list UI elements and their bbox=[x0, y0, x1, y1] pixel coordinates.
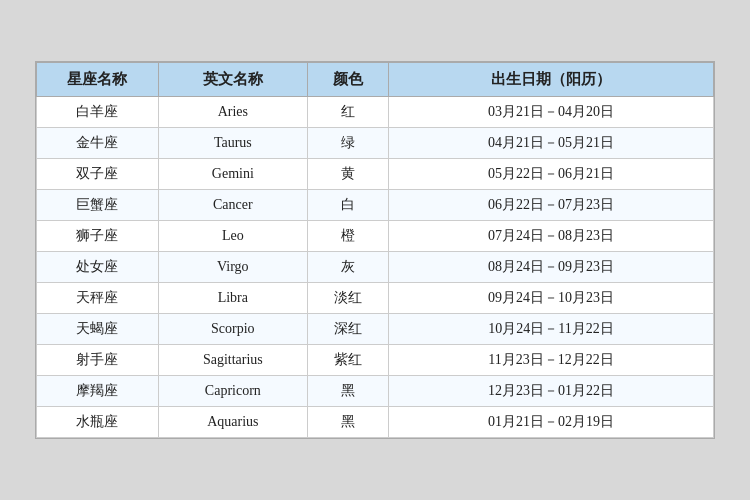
cell-zh: 水瓶座 bbox=[37, 407, 159, 438]
cell-date: 08月24日－09月23日 bbox=[389, 252, 714, 283]
zodiac-table: 星座名称 英文名称 颜色 出生日期（阳历） 白羊座Aries红03月21日－04… bbox=[36, 62, 714, 438]
cell-zh: 狮子座 bbox=[37, 221, 159, 252]
cell-color: 黄 bbox=[307, 159, 388, 190]
cell-color: 深红 bbox=[307, 314, 388, 345]
table-row: 摩羯座Capricorn黑12月23日－01月22日 bbox=[37, 376, 714, 407]
cell-date: 03月21日－04月20日 bbox=[389, 97, 714, 128]
table-row: 双子座Gemini黄05月22日－06月21日 bbox=[37, 159, 714, 190]
cell-en: Capricorn bbox=[158, 376, 307, 407]
cell-date: 11月23日－12月22日 bbox=[389, 345, 714, 376]
cell-date: 07月24日－08月23日 bbox=[389, 221, 714, 252]
header-color: 颜色 bbox=[307, 63, 388, 97]
cell-color: 淡红 bbox=[307, 283, 388, 314]
cell-zh: 处女座 bbox=[37, 252, 159, 283]
cell-color: 绿 bbox=[307, 128, 388, 159]
cell-date: 05月22日－06月21日 bbox=[389, 159, 714, 190]
cell-color: 白 bbox=[307, 190, 388, 221]
table-row: 射手座Sagittarius紫红11月23日－12月22日 bbox=[37, 345, 714, 376]
table-row: 天蝎座Scorpio深红10月24日－11月22日 bbox=[37, 314, 714, 345]
cell-zh: 天蝎座 bbox=[37, 314, 159, 345]
table-row: 金牛座Taurus绿04月21日－05月21日 bbox=[37, 128, 714, 159]
header-date: 出生日期（阳历） bbox=[389, 63, 714, 97]
cell-en: Scorpio bbox=[158, 314, 307, 345]
table-row: 处女座Virgo灰08月24日－09月23日 bbox=[37, 252, 714, 283]
cell-zh: 白羊座 bbox=[37, 97, 159, 128]
header-zh: 星座名称 bbox=[37, 63, 159, 97]
cell-en: Gemini bbox=[158, 159, 307, 190]
cell-en: Sagittarius bbox=[158, 345, 307, 376]
cell-en: Virgo bbox=[158, 252, 307, 283]
cell-zh: 射手座 bbox=[37, 345, 159, 376]
cell-en: Leo bbox=[158, 221, 307, 252]
cell-en: Aries bbox=[158, 97, 307, 128]
cell-color: 黑 bbox=[307, 376, 388, 407]
cell-zh: 天秤座 bbox=[37, 283, 159, 314]
cell-en: Aquarius bbox=[158, 407, 307, 438]
table-row: 狮子座Leo橙07月24日－08月23日 bbox=[37, 221, 714, 252]
cell-en: Taurus bbox=[158, 128, 307, 159]
cell-color: 橙 bbox=[307, 221, 388, 252]
cell-zh: 双子座 bbox=[37, 159, 159, 190]
cell-en: Libra bbox=[158, 283, 307, 314]
cell-date: 12月23日－01月22日 bbox=[389, 376, 714, 407]
cell-date: 09月24日－10月23日 bbox=[389, 283, 714, 314]
cell-date: 10月24日－11月22日 bbox=[389, 314, 714, 345]
table-row: 水瓶座Aquarius黑01月21日－02月19日 bbox=[37, 407, 714, 438]
cell-color: 红 bbox=[307, 97, 388, 128]
header-en: 英文名称 bbox=[158, 63, 307, 97]
cell-zh: 金牛座 bbox=[37, 128, 159, 159]
table-row: 天秤座Libra淡红09月24日－10月23日 bbox=[37, 283, 714, 314]
cell-en: Cancer bbox=[158, 190, 307, 221]
cell-date: 04月21日－05月21日 bbox=[389, 128, 714, 159]
cell-color: 紫红 bbox=[307, 345, 388, 376]
cell-color: 灰 bbox=[307, 252, 388, 283]
cell-zh: 摩羯座 bbox=[37, 376, 159, 407]
zodiac-table-container: 星座名称 英文名称 颜色 出生日期（阳历） 白羊座Aries红03月21日－04… bbox=[35, 61, 715, 439]
table-row: 白羊座Aries红03月21日－04月20日 bbox=[37, 97, 714, 128]
cell-date: 01月21日－02月19日 bbox=[389, 407, 714, 438]
cell-date: 06月22日－07月23日 bbox=[389, 190, 714, 221]
cell-color: 黑 bbox=[307, 407, 388, 438]
table-header-row: 星座名称 英文名称 颜色 出生日期（阳历） bbox=[37, 63, 714, 97]
table-row: 巨蟹座Cancer白06月22日－07月23日 bbox=[37, 190, 714, 221]
cell-zh: 巨蟹座 bbox=[37, 190, 159, 221]
